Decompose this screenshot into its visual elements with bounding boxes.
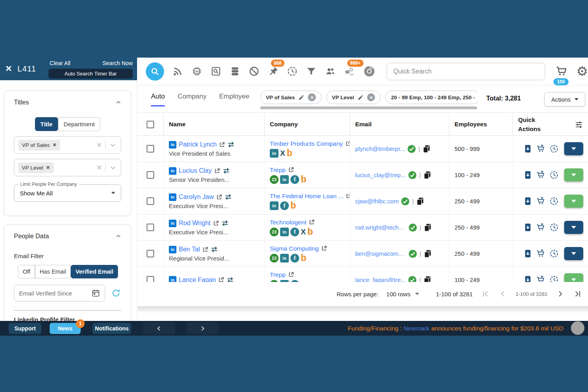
linkedin-icon[interactable]: in xyxy=(169,193,176,201)
facebook-icon[interactable]: f xyxy=(290,254,299,263)
notifications-button[interactable]: Notifications xyxy=(93,323,131,334)
first-page-button[interactable] xyxy=(481,289,490,299)
person-name-link[interactable]: Rod Wright xyxy=(179,220,211,227)
pin-icon[interactable]: 866 xyxy=(268,66,279,77)
copy-icon[interactable] xyxy=(422,145,431,153)
history-clock-icon[interactable] xyxy=(549,223,559,232)
email-link[interactable]: lance_fagan@tre... xyxy=(355,276,406,282)
copy-icon[interactable] xyxy=(423,276,431,282)
email-filter-verified[interactable]: Verified Email xyxy=(71,265,118,278)
ticker-next-button[interactable] xyxy=(187,322,219,334)
column-header-employees[interactable]: Employees xyxy=(449,113,513,135)
row-checkbox[interactable] xyxy=(147,171,154,179)
export-document-icon[interactable] xyxy=(523,197,532,206)
export-document-icon[interactable] xyxy=(523,223,532,232)
column-header-company[interactable]: Company xyxy=(264,113,350,135)
swap-arrows-icon[interactable] xyxy=(221,220,229,226)
collapse-chevron-up-icon[interactable] xyxy=(115,99,122,106)
connections-badge[interactable]: 23 xyxy=(270,228,279,236)
filter-chip[interactable]: 20 - 99 Emp, 100 - 249 Emp, 250 - xyxy=(385,91,478,104)
email-link[interactable]: plynch@timberpr... xyxy=(355,145,405,152)
clear-all-button[interactable]: Clear All xyxy=(50,60,70,66)
row-actions-dropdown-button[interactable] xyxy=(564,142,583,155)
b-icon[interactable]: b xyxy=(290,201,296,210)
linkedin-icon[interactable]: in xyxy=(280,175,289,184)
add-to-cart-icon[interactable] xyxy=(536,249,545,258)
tab-employee[interactable]: Employee xyxy=(219,93,250,106)
history-clock-icon[interactable] xyxy=(549,170,559,180)
ticker-company-link[interactable]: Newmark xyxy=(404,325,429,332)
person-name-link[interactable]: Patrick Lynch xyxy=(179,141,217,148)
chips-horizontal-scrollbar[interactable] xyxy=(260,106,477,109)
linkedin-icon[interactable]: in xyxy=(280,228,289,236)
b-icon[interactable]: b xyxy=(287,149,292,158)
facebook-icon[interactable]: f xyxy=(280,201,289,210)
company-link[interactable]: Trepp xyxy=(270,166,286,174)
history-clock-icon[interactable] xyxy=(287,66,298,77)
toggle-department[interactable]: Department xyxy=(58,117,100,131)
row-checkbox[interactable] xyxy=(147,197,154,205)
limit-people-dropdown[interactable]: Limit People Per Company Show Me All xyxy=(14,184,121,202)
company-link[interactable]: Technologent xyxy=(270,219,306,226)
column-header-name[interactable]: Name xyxy=(163,113,264,135)
person-name-link[interactable]: Lucius Clay xyxy=(179,167,212,174)
external-link-icon[interactable] xyxy=(214,168,220,174)
copy-icon[interactable] xyxy=(424,223,432,232)
refresh-icon[interactable] xyxy=(111,288,121,298)
x-icon[interactable]: X xyxy=(301,228,306,236)
external-link-icon[interactable] xyxy=(288,167,294,173)
copy-icon[interactable] xyxy=(416,197,424,205)
filter-chip[interactable]: VP Level xyxy=(326,91,381,104)
export-document-icon[interactable] xyxy=(523,275,532,282)
clear-select-icon[interactable]: ✕ xyxy=(97,141,102,149)
email-verified-since-field[interactable] xyxy=(14,285,105,301)
add-to-cart-icon[interactable] xyxy=(536,170,545,180)
remove-chip-icon[interactable] xyxy=(308,93,316,101)
company-link[interactable]: Trepp xyxy=(270,271,286,278)
chip-remove-icon[interactable]: ✕ xyxy=(52,142,56,148)
history-clock-icon[interactable] xyxy=(549,144,559,153)
connections-badge[interactable]: 23 xyxy=(270,254,279,263)
linkedin-icon[interactable]: in xyxy=(169,220,176,227)
next-page-button[interactable] xyxy=(555,289,565,299)
add-to-cart-icon[interactable] xyxy=(536,144,545,153)
title-select-2[interactable]: VP Level✕ ✕ xyxy=(14,159,121,176)
tab-company[interactable]: Company xyxy=(178,93,207,106)
history-clock-icon[interactable] xyxy=(549,275,559,282)
row-checkbox[interactable] xyxy=(147,145,154,153)
export-document-icon[interactable] xyxy=(523,249,532,258)
search-now-button[interactable]: Search Now xyxy=(103,60,133,66)
edit-pencil-icon[interactable] xyxy=(358,95,364,100)
search-button[interactable] xyxy=(146,62,164,81)
last-page-button[interactable] xyxy=(573,289,582,299)
linkedin-icon[interactable]: in xyxy=(169,276,176,282)
row-actions-dropdown-button[interactable] xyxy=(564,221,583,234)
copy-icon[interactable] xyxy=(423,171,431,179)
row-checkbox[interactable] xyxy=(147,224,154,231)
column-header-email[interactable]: Email xyxy=(350,113,449,135)
search-in-box-icon[interactable] xyxy=(211,66,221,77)
chevron-down-icon[interactable] xyxy=(109,164,117,172)
external-link-icon[interactable] xyxy=(321,245,327,251)
edit-pencil-icon[interactable] xyxy=(298,95,304,100)
auto-search-timer-bar-button[interactable]: Auto Search Timer Bar xyxy=(48,69,133,79)
email-filter-has-email[interactable]: Has Email xyxy=(35,265,71,278)
external-link-icon[interactable] xyxy=(218,277,224,282)
export-document-icon[interactable] xyxy=(523,144,532,153)
row-actions-dropdown-button[interactable] xyxy=(564,168,583,182)
swap-arrows-icon[interactable] xyxy=(211,246,218,253)
external-link-icon[interactable] xyxy=(216,194,222,200)
company-link[interactable]: Timber Products Company xyxy=(270,140,343,147)
select-all-checkbox[interactable] xyxy=(147,121,154,128)
previous-page-button[interactable] xyxy=(498,289,508,299)
remove-chip-icon[interactable] xyxy=(367,93,375,101)
news-button[interactable]: News 1 xyxy=(50,323,81,334)
row-actions-dropdown-button[interactable] xyxy=(564,247,583,260)
row-actions-dropdown-button[interactable] xyxy=(564,195,583,208)
column-settings-icon[interactable] xyxy=(574,120,583,129)
x-icon[interactable]: X xyxy=(280,149,285,158)
clear-select-icon[interactable]: ✕ xyxy=(97,164,102,172)
email-link[interactable]: cjaw@fhlbc.com xyxy=(355,198,398,205)
linkedin-icon[interactable]: in xyxy=(169,141,176,149)
block-icon[interactable] xyxy=(249,66,259,77)
